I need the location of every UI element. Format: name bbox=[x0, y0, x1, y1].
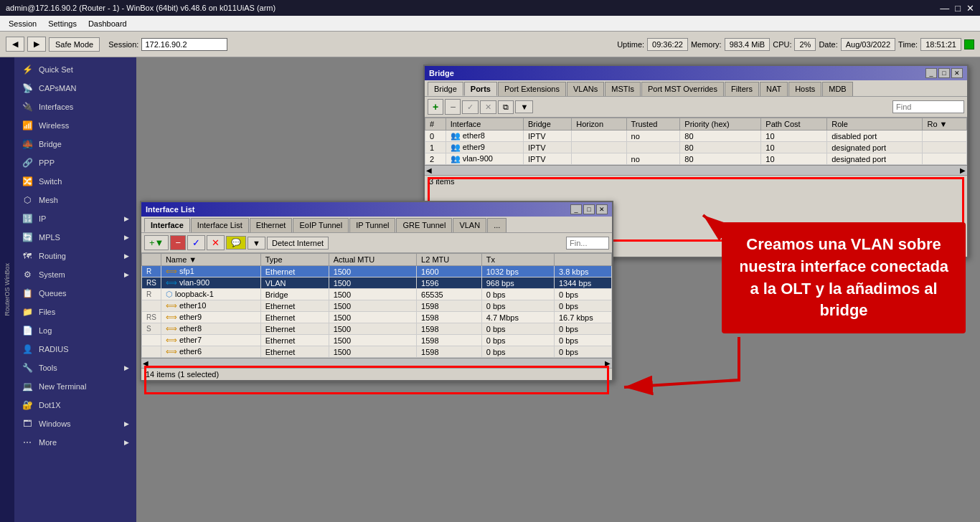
il-enable-button[interactable]: ✓ bbox=[187, 235, 205, 250]
tab-ip-tunnel[interactable]: IP Tunnel bbox=[349, 218, 395, 232]
minimize-button[interactable]: — bbox=[940, 3, 949, 14]
sidebar-item-capsman[interactable]: 📡 CAPsMAN bbox=[14, 79, 136, 98]
sidebar-item-wireless[interactable]: 📶 Wireless bbox=[14, 116, 136, 135]
tab-filters[interactable]: Filters bbox=[725, 82, 759, 96]
sidebar-item-mpls[interactable]: 🔄 MPLS ▶ bbox=[14, 228, 136, 247]
tab-eoip-tunnel[interactable]: EoIP Tunnel bbox=[293, 218, 349, 232]
il-table-row[interactable]: S ⟺ ether8 Ethernet 1500 1598 0 bps 0 bp… bbox=[142, 323, 612, 335]
il-table-row[interactable]: ⟺ ether10 Ethernet 1500 1598 0 bps 0 bps bbox=[142, 300, 612, 312]
sidebar-item-mesh[interactable]: ⬡ Mesh bbox=[14, 191, 136, 209]
session-input[interactable] bbox=[141, 38, 227, 51]
tab-interface[interactable]: Interface bbox=[144, 218, 190, 232]
new-terminal-icon: 💻 bbox=[22, 381, 33, 392]
bridge-find-input[interactable] bbox=[892, 100, 964, 113]
tab-port-extensions[interactable]: Port Extensions bbox=[498, 82, 566, 96]
il-table-row[interactable]: R ⟺ sfp1 Ethernet 1500 1600 1032 bps 3.8… bbox=[142, 266, 612, 277]
title-bar-controls[interactable]: — □ ✕ bbox=[940, 3, 974, 14]
interface-list-controls[interactable]: _ □ ✕ bbox=[570, 204, 608, 214]
copy-button[interactable]: ⧉ bbox=[498, 100, 514, 114]
tab-vlans[interactable]: VLANs bbox=[567, 82, 604, 96]
log-icon: 📄 bbox=[22, 325, 33, 336]
sidebar-item-switch[interactable]: 🔀 Switch bbox=[14, 172, 136, 191]
menu-session[interactable]: Session bbox=[3, 18, 42, 29]
il-table-row[interactable]: ⟺ ether6 Ethernet 1500 1598 0 bps 0 bps bbox=[142, 346, 612, 358]
bridge-window-title-text: Bridge bbox=[429, 69, 454, 77]
cross-button[interactable]: ✕ bbox=[480, 100, 496, 114]
dot1x-icon: 🔐 bbox=[22, 399, 33, 411]
tab-vlan[interactable]: VLAN bbox=[453, 218, 486, 232]
tab-mstis[interactable]: MSTIs bbox=[605, 82, 641, 96]
il-minimize[interactable]: _ bbox=[570, 204, 582, 214]
time-label: Time: bbox=[898, 40, 918, 49]
sidebar-item-ppp[interactable]: 🔗 PPP bbox=[14, 153, 136, 172]
sidebar-item-radius[interactable]: 👤 RADIUS bbox=[14, 340, 136, 359]
tab-bridge[interactable]: Bridge bbox=[428, 82, 463, 96]
safe-mode-button[interactable]: Safe Mode bbox=[49, 37, 100, 52]
sidebar-item-files[interactable]: 📁 Files bbox=[14, 303, 136, 321]
bridge-row-bridge: IPTV bbox=[524, 130, 572, 142]
tab-mdb[interactable]: MDB bbox=[822, 82, 852, 96]
sidebar-item-tools[interactable]: 🔧 Tools ▶ bbox=[14, 359, 136, 377]
sidebar-item-new-terminal[interactable]: 💻 New Terminal bbox=[14, 377, 136, 396]
il-scrollbar-h[interactable]: ◀ ▶ bbox=[141, 358, 612, 368]
il-item-count: 14 items (1 selected) bbox=[146, 370, 219, 379]
check-button[interactable]: ✓ bbox=[462, 100, 479, 114]
menu-settings[interactable]: Settings bbox=[42, 18, 83, 29]
il-comment-button[interactable]: 💬 bbox=[226, 236, 246, 250]
add-button[interactable]: + bbox=[428, 99, 443, 115]
il-table-row[interactable]: RS ⟺ vlan-900 VLAN 1500 1596 968 bps 134… bbox=[142, 277, 612, 289]
remove-button[interactable]: − bbox=[445, 99, 461, 115]
bridge-window-controls[interactable]: _ □ ✕ bbox=[925, 68, 963, 78]
sidebar-item-interfaces[interactable]: 🔌 Interfaces bbox=[14, 98, 136, 116]
forward-button[interactable]: ▶ bbox=[27, 37, 46, 52]
tab-ethernet[interactable]: Ethernet bbox=[250, 218, 293, 232]
interface-list-title[interactable]: Interface List _ □ ✕ bbox=[141, 202, 612, 217]
bridge-table-row[interactable]: 2 👥 vlan-900 IPTV no 80 10 designated po… bbox=[425, 153, 967, 165]
il-filter-button[interactable]: ▼ bbox=[248, 237, 265, 250]
tab-more-il[interactable]: ... bbox=[487, 218, 507, 232]
bridge-window-maximize[interactable]: □ bbox=[938, 68, 950, 78]
il-close[interactable]: ✕ bbox=[596, 204, 608, 214]
sidebar-item-dot1x[interactable]: 🔐 Dot1X bbox=[14, 396, 136, 414]
sidebar-item-more[interactable]: ⋯ More ▶ bbox=[14, 433, 136, 452]
tab-nat[interactable]: NAT bbox=[760, 82, 788, 96]
close-button[interactable]: ✕ bbox=[966, 3, 974, 14]
sidebar-item-routing[interactable]: 🗺 Routing ▶ bbox=[14, 247, 136, 265]
bridge-scrollbar-h[interactable]: ◀ ▶ bbox=[425, 165, 967, 175]
back-button[interactable]: ◀ bbox=[6, 37, 24, 52]
maximize-button[interactable]: □ bbox=[955, 3, 961, 14]
il-maximize[interactable]: □ bbox=[583, 204, 595, 214]
sidebar-item-ip[interactable]: 🔢 IP ▶ bbox=[14, 209, 136, 228]
tab-ports[interactable]: Ports bbox=[464, 82, 497, 96]
bridge-table-row[interactable]: 0 👥 ether8 IPTV no 80 10 disabled port bbox=[425, 130, 967, 142]
memory-value: 983.4 MiB bbox=[725, 38, 771, 51]
il-table-row[interactable]: R ⬡ loopback-1 Bridge 1500 65535 0 bps 0… bbox=[142, 289, 612, 300]
sidebar-item-bridge[interactable]: 🌉 Bridge bbox=[14, 135, 136, 153]
il-row-name: ⬡ loopback-1 bbox=[161, 289, 260, 300]
tab-hosts[interactable]: Hosts bbox=[788, 82, 821, 96]
sidebar-item-quick-set[interactable]: ⚡ Quick Set bbox=[14, 60, 136, 79]
il-table-row[interactable]: RS ⟺ ether9 Ethernet 1500 1598 4.7 Mbps … bbox=[142, 312, 612, 323]
bridge-table-row[interactable]: 1 👥 ether9 IPTV 80 10 designated port bbox=[425, 142, 967, 153]
bridge-row-role: disabled port bbox=[827, 130, 923, 142]
bridge-window-title[interactable]: Bridge _ □ ✕ bbox=[425, 66, 967, 80]
sidebar-item-system[interactable]: ⚙ System ▶ bbox=[14, 265, 136, 284]
bridge-window-minimize[interactable]: _ bbox=[925, 68, 937, 78]
tab-port-mst-overrides[interactable]: Port MST Overrides bbox=[641, 82, 724, 96]
il-find-input[interactable] bbox=[566, 237, 609, 250]
detect-internet-button[interactable]: Detect Internet bbox=[267, 237, 329, 250]
il-remove-button[interactable]: − bbox=[170, 235, 186, 250]
sidebar-item-log[interactable]: 📄 Log bbox=[14, 321, 136, 340]
tab-gre-tunnel[interactable]: GRE Tunnel bbox=[396, 218, 452, 232]
il-add-button[interactable]: +▼ bbox=[144, 235, 169, 250]
bridge-row-priority: 80 bbox=[680, 153, 761, 165]
il-table-row[interactable]: ⟺ ether7 Ethernet 1500 1598 0 bps 0 bps bbox=[142, 335, 612, 346]
bridge-window-close[interactable]: ✕ bbox=[951, 68, 963, 78]
sidebar-item-windows[interactable]: 🗔 Windows ▶ bbox=[14, 414, 136, 433]
il-disable-button[interactable]: ✕ bbox=[207, 235, 225, 250]
tab-interface-list[interactable]: Interface List bbox=[191, 218, 249, 232]
mesh-icon: ⬡ bbox=[22, 194, 33, 206]
filter-button[interactable]: ▼ bbox=[515, 100, 533, 113]
sidebar-item-queues[interactable]: 📋 Queues bbox=[14, 284, 136, 303]
menu-dashboard[interactable]: Dashboard bbox=[83, 18, 133, 29]
